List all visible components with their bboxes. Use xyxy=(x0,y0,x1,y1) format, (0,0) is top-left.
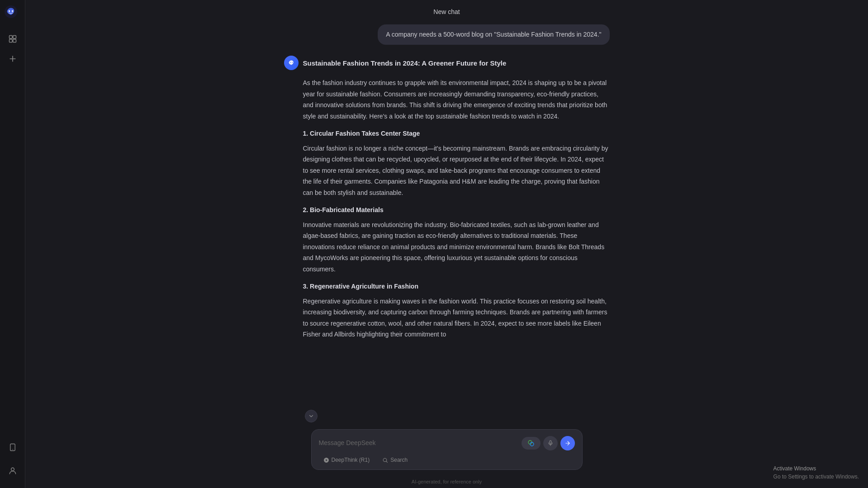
input-box: DeepThink (R1) Search xyxy=(311,429,583,470)
section-2-heading: 2. Bio-Fabricated Materials xyxy=(303,204,610,216)
section-1: 1. Circular Fashion Takes Center Stage C… xyxy=(303,128,610,198)
section-3-heading: 3. Regenerative Agriculture in Fashion xyxy=(303,281,610,292)
chat-inner: A company needs a 500-word blog on "Sust… xyxy=(284,21,610,346)
main-content: New chat A company needs a 500-word blog… xyxy=(25,0,868,488)
input-bottom-row: DeepThink (R1) Search xyxy=(319,455,575,465)
windows-activation-subtitle: Go to Settings to activate Windows. xyxy=(773,473,859,481)
page-header: New chat xyxy=(25,0,868,21)
sidebar xyxy=(0,0,25,488)
input-row xyxy=(319,436,575,450)
sidebar-bottom xyxy=(5,439,21,483)
response-body: As the fashion industry continues to gra… xyxy=(284,77,610,346)
scroll-down-button[interactable] xyxy=(305,410,318,422)
user-message: A company needs a 500-word blog on "Sust… xyxy=(284,24,610,45)
svg-point-11 xyxy=(292,62,293,63)
microphone-button[interactable] xyxy=(543,436,558,450)
svg-rect-3 xyxy=(9,36,12,39)
chat-area[interactable]: A company needs a 500-word blog on "Sust… xyxy=(25,21,868,424)
search-button[interactable]: Search xyxy=(378,455,412,465)
templates-button[interactable] xyxy=(5,31,21,47)
svg-rect-4 xyxy=(13,36,16,39)
svg-rect-14 xyxy=(550,441,551,444)
svg-point-8 xyxy=(12,449,13,450)
ai-response: Sustainable Fashion Trends in 2024: A Gr… xyxy=(284,56,610,346)
svg-point-2 xyxy=(11,10,13,12)
message-input[interactable] xyxy=(319,439,522,448)
section-3-body: Regenerative agriculture is making waves… xyxy=(303,296,610,340)
windows-activation-title: Activate Windows xyxy=(773,464,859,473)
input-icons-right xyxy=(522,436,575,450)
svg-point-9 xyxy=(11,468,14,471)
svg-rect-6 xyxy=(13,39,16,43)
section-3: 3. Regenerative Agriculture in Fashion R… xyxy=(303,281,610,340)
section-2-body: Innovative materials are revolutionizing… xyxy=(303,219,610,275)
user-bubble: A company needs a 500-word blog on "Sust… xyxy=(378,24,609,45)
new-chat-button[interactable] xyxy=(5,51,21,67)
deepthink-button[interactable]: DeepThink (R1) xyxy=(319,455,375,465)
svg-point-10 xyxy=(289,62,290,63)
mobile-button[interactable] xyxy=(5,439,21,455)
ai-avatar xyxy=(284,56,299,70)
send-button[interactable] xyxy=(560,436,575,450)
page-title: New chat xyxy=(433,8,460,15)
logo-button[interactable] xyxy=(5,5,21,22)
section-1-heading: 1. Circular Fashion Takes Center Stage xyxy=(303,128,610,139)
section-1-body: Circular fashion is no longer a niche co… xyxy=(303,143,610,199)
svg-point-1 xyxy=(8,10,10,12)
svg-rect-5 xyxy=(9,39,12,43)
section-2: 2. Bio-Fabricated Materials Innovative m… xyxy=(303,204,610,275)
footer-note: AI-generated, for reference only xyxy=(25,479,868,488)
ai-response-header: Sustainable Fashion Trends in 2024: A Gr… xyxy=(284,56,610,70)
response-intro: As the fashion industry continues to gra… xyxy=(303,77,610,122)
profile-button[interactable] xyxy=(5,463,21,479)
ai-response-title: Sustainable Fashion Trends in 2024: A Gr… xyxy=(303,59,507,67)
dual-icon-button[interactable] xyxy=(522,437,541,450)
windows-activation: Activate Windows Go to Settings to activ… xyxy=(773,464,859,481)
input-area: DeepThink (R1) Search xyxy=(25,424,868,479)
